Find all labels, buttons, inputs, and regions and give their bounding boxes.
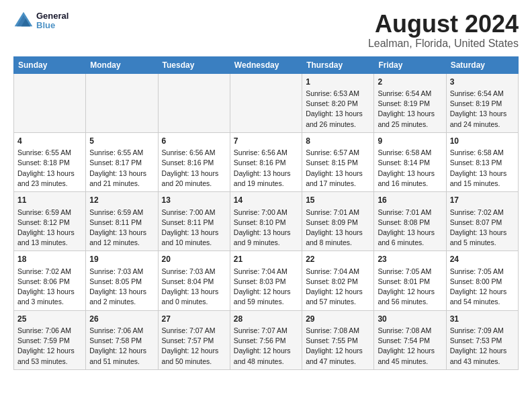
day-info: Sunset: 8:10 PM [234, 218, 286, 226]
calendar-header: SundayMondayTuesdayWednesdayThursdayFrid… [14, 56, 519, 73]
day-info: Daylight: 13 hours [234, 169, 291, 177]
logo: General Blue [13, 11, 69, 31]
day-info: Sunset: 8:00 PM [450, 277, 502, 285]
day-info: and 45 minutes. [378, 357, 428, 365]
day-info: Daylight: 13 hours [450, 169, 507, 177]
day-info: and 6 minutes. [378, 238, 424, 246]
logo-line2: Blue [36, 21, 69, 30]
day-info: Sunrise: 7:05 AM [378, 267, 431, 275]
calendar-cell: 30Sunrise: 7:08 AM Sunset: 7:54 PM Dayli… [374, 310, 446, 369]
calendar-cell [230, 73, 302, 132]
day-number: 5 [89, 136, 154, 147]
day-info: Sunset: 8:05 PM [89, 277, 142, 285]
day-info: and 51 minutes. [89, 357, 140, 365]
day-info: Sunrise: 7:07 AM [234, 326, 287, 334]
calendar-cell: 23Sunrise: 7:05 AM Sunset: 8:01 PM Dayli… [374, 251, 446, 310]
day-info: Daylight: 13 hours [89, 228, 146, 236]
day-info: Sunset: 8:07 PM [450, 218, 502, 226]
day-info: Daylight: 12 hours [306, 347, 363, 355]
day-number: 29 [306, 314, 370, 325]
day-number: 4 [17, 136, 82, 147]
calendar-cell: 24Sunrise: 7:05 AM Sunset: 8:00 PM Dayli… [446, 251, 518, 310]
day-number: 22 [306, 254, 370, 265]
day-info: Sunrise: 6:57 AM [306, 148, 359, 156]
calendar-cell: 7Sunrise: 6:56 AM Sunset: 8:16 PM Daylig… [230, 132, 302, 191]
day-number: 28 [234, 314, 298, 325]
day-info: Daylight: 13 hours [378, 169, 435, 177]
calendar-cell: 14Sunrise: 7:00 AM Sunset: 8:10 PM Dayli… [230, 192, 302, 251]
day-info: Daylight: 13 hours [306, 169, 363, 177]
day-info: Sunset: 7:57 PM [162, 336, 214, 345]
calendar-cell: 26Sunrise: 7:06 AM Sunset: 7:58 PM Dayli… [86, 310, 158, 369]
day-info: Sunset: 8:11 PM [89, 218, 142, 226]
calendar-week-row: 1Sunrise: 6:53 AM Sunset: 8:20 PM Daylig… [14, 73, 519, 132]
calendar-cell: 15Sunrise: 7:01 AM Sunset: 8:09 PM Dayli… [302, 192, 374, 251]
calendar-cell: 12Sunrise: 6:59 AM Sunset: 8:11 PM Dayli… [86, 192, 158, 251]
day-number: 1 [306, 77, 370, 88]
day-info: and 21 minutes. [89, 179, 140, 187]
day-info: Sunset: 8:09 PM [306, 218, 358, 226]
day-info: Sunset: 8:08 PM [378, 218, 430, 226]
day-info: and 23 minutes. [17, 179, 68, 187]
calendar-cell: 2Sunrise: 6:54 AM Sunset: 8:19 PM Daylig… [374, 73, 446, 132]
day-info: Sunset: 7:56 PM [234, 336, 286, 345]
day-info: Sunrise: 6:53 AM [306, 89, 359, 97]
day-number: 26 [89, 314, 154, 325]
day-info: Sunset: 8:19 PM [378, 99, 430, 107]
calendar-cell: 3Sunrise: 6:54 AM Sunset: 8:19 PM Daylig… [446, 73, 518, 132]
day-info: Sunrise: 6:59 AM [89, 208, 143, 216]
day-info: Sunrise: 7:01 AM [378, 208, 431, 216]
day-info: Sunset: 7:58 PM [89, 336, 142, 345]
day-info: Sunset: 8:16 PM [162, 158, 214, 167]
day-info: and 2 minutes. [89, 298, 136, 306]
day-info: and 59 minutes. [234, 298, 284, 306]
day-info: Daylight: 13 hours [162, 228, 219, 236]
calendar-cell: 28Sunrise: 7:07 AM Sunset: 7:56 PM Dayli… [230, 310, 302, 369]
day-header: Saturday [446, 56, 518, 73]
day-info: and 56 minutes. [378, 298, 428, 306]
day-info: and 24 minutes. [450, 120, 500, 128]
calendar-cell: 9Sunrise: 6:58 AM Sunset: 8:14 PM Daylig… [374, 132, 446, 191]
day-info: and 57 minutes. [306, 298, 356, 306]
day-info: and 47 minutes. [306, 357, 356, 365]
day-info: and 54 minutes. [450, 298, 500, 306]
title-area: August 2024 Lealman, Florida, United Sta… [368, 11, 519, 50]
calendar-cell: 10Sunrise: 6:58 AM Sunset: 8:13 PM Dayli… [446, 132, 518, 191]
day-info: Daylight: 13 hours [306, 109, 363, 118]
page-subtitle: Lealman, Florida, United States [368, 38, 519, 50]
day-number: 19 [89, 254, 154, 265]
calendar-cell: 16Sunrise: 7:01 AM Sunset: 8:08 PM Dayli… [374, 192, 446, 251]
day-info: Daylight: 13 hours [89, 169, 146, 177]
day-info: Sunset: 7:54 PM [378, 336, 430, 345]
day-info: Sunset: 8:02 PM [306, 277, 358, 285]
day-info: Daylight: 12 hours [234, 287, 291, 295]
day-info: and 16 minutes. [378, 179, 428, 187]
day-info: Sunset: 8:18 PM [17, 158, 70, 167]
day-info: Daylight: 12 hours [89, 347, 146, 355]
header-row: SundayMondayTuesdayWednesdayThursdayFrid… [14, 56, 519, 73]
day-info: Sunset: 8:20 PM [306, 99, 358, 107]
day-info: Sunrise: 7:06 AM [17, 326, 71, 334]
day-info: Sunrise: 7:05 AM [450, 267, 504, 275]
day-info: Sunrise: 6:58 AM [450, 148, 504, 156]
day-info: Daylight: 13 hours [306, 228, 363, 236]
calendar-cell: 8Sunrise: 6:57 AM Sunset: 8:15 PM Daylig… [302, 132, 374, 191]
day-number: 6 [162, 136, 226, 147]
day-info: and 15 minutes. [450, 179, 500, 187]
day-info: and 50 minutes. [162, 357, 212, 365]
day-number: 7 [234, 136, 298, 147]
calendar-cell: 6Sunrise: 6:56 AM Sunset: 8:16 PM Daylig… [158, 132, 230, 191]
day-info: Daylight: 13 hours [17, 228, 75, 236]
day-info: Sunset: 8:17 PM [89, 158, 142, 167]
day-info: Daylight: 13 hours [89, 287, 146, 295]
day-info: and 17 minutes. [306, 179, 356, 187]
day-info: Daylight: 13 hours [450, 228, 507, 236]
calendar-cell: 22Sunrise: 7:04 AM Sunset: 8:02 PM Dayli… [302, 251, 374, 310]
day-info: Sunrise: 6:56 AM [234, 148, 287, 156]
day-info: Sunrise: 7:07 AM [162, 326, 216, 334]
day-number: 9 [378, 136, 442, 147]
day-info: Sunrise: 6:54 AM [378, 89, 431, 97]
day-info: Daylight: 12 hours [306, 287, 363, 295]
day-info: Sunrise: 7:06 AM [89, 326, 143, 334]
day-info: Sunset: 8:19 PM [450, 99, 502, 107]
